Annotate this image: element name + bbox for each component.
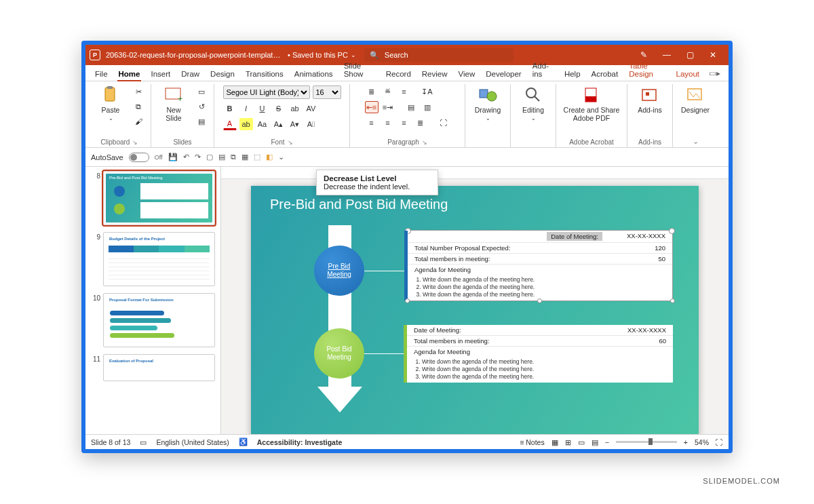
tab-help[interactable]: Help [559,67,586,81]
bold-button[interactable]: B [223,102,237,115]
thumbnail-11[interactable]: 11 Evaluation of Proposal [91,354,215,381]
qat-btn-3[interactable]: ⧉ [231,153,236,161]
agenda-item[interactable]: Write down the agenda of the meeting her… [423,291,672,298]
font-size-select[interactable]: 16 [313,85,341,99]
agenda-item[interactable]: Write down the agenda of the meeting her… [422,373,673,380]
reset-button[interactable]: ↺ [195,100,208,113]
zoom-out-button[interactable]: − [605,438,609,446]
agenda-item[interactable]: Write down the agenda of the meeting her… [423,276,672,283]
drawing-button[interactable]: Drawing ⌄ [471,85,505,121]
dialog-launcher-icon[interactable]: ↘ [288,139,293,146]
tab-view[interactable]: View [453,67,481,81]
tab-layout[interactable]: Layout [670,67,705,81]
bullets-button[interactable]: ≣ [365,85,379,98]
numbering-button[interactable]: ≝ [381,85,395,98]
qat-btn-6[interactable]: ◧ [266,153,273,161]
fit-to-window-button[interactable]: ⛶ [716,438,723,446]
editing-button[interactable]: Editing ⌄ [516,85,550,121]
agenda-item[interactable]: Write down the agenda of the meeting her… [423,284,672,290]
tab-table-design[interactable]: Table Design [623,59,670,81]
font-face-select[interactable]: Segoe UI Light (Body) [223,85,310,99]
pre-bid-table[interactable]: Date of Meeting:XX-XX-XXXX Total Number … [407,230,673,301]
save-state[interactable]: • Saved to this PC [288,51,348,59]
slide[interactable]: Pre-Bid and Post Bid Meeting Pre Bid Mee… [251,186,699,434]
tab-slideshow[interactable]: Slide Show [338,59,381,81]
sorter-view-button[interactable]: ⊞ [565,438,571,446]
tab-file[interactable]: File [90,67,113,81]
row-key[interactable]: Total members in meeting: [414,255,490,263]
reading-view-button[interactable]: ▭ [578,438,585,446]
line-spacing-button[interactable]: ≡ [398,85,411,98]
qat-btn-2[interactable]: ▤ [218,153,225,161]
justify-button[interactable]: ≣ [414,117,427,129]
thumbnail-9[interactable]: 9 Budget Details of the Project [91,232,215,286]
search-input[interactable] [383,50,508,60]
align-center-button[interactable]: ≡ [381,117,395,129]
save-state-dropdown-icon[interactable]: ⌄ [351,52,356,58]
agenda-title[interactable]: Agenda for Meeting [407,347,673,357]
row-key[interactable]: Total members in meeting: [414,337,489,345]
language-status[interactable]: English (United States) [156,438,229,446]
format-painter-button[interactable]: 🖌 [132,115,145,128]
arrow-head-shape[interactable] [317,387,362,412]
spacing-button[interactable]: AV [305,102,318,115]
increase-indent-button[interactable]: ≡⇥ [381,101,395,113]
copy-button[interactable]: ⧉ [132,100,145,113]
thumbnail-10[interactable]: 10 Proposal Format For Submission [91,293,215,347]
row-key[interactable]: Total Number Proposal Expected: [414,244,511,252]
maximize-button[interactable]: ▢ [678,50,701,60]
tab-developer[interactable]: Developer [480,67,526,81]
collapse-ribbon-icon[interactable]: ⌄ [693,137,699,146]
slide-counter[interactable]: Slide 8 of 13 [91,438,130,446]
clear-format-button[interactable]: A⃠ [305,118,318,130]
tab-draw[interactable]: Draw [176,67,205,81]
notes-button[interactable]: ≡ Notes [520,438,544,446]
qat-customize-icon[interactable]: ⌄ [278,153,284,161]
table-header-label[interactable]: Date of Meeting: [547,232,602,241]
qat-btn-4[interactable]: ▦ [241,153,248,161]
pre-bid-circle[interactable]: Pre Bid Meeting [314,246,364,296]
tab-transitions[interactable]: Transitions [240,67,289,81]
thumbnail-8[interactable]: 8 Pre-Bid and Post Bid Meeting [91,171,215,225]
shadow-button[interactable]: ab [288,102,302,115]
zoom-slider[interactable] [616,441,677,443]
smartart-button[interactable]: ⛶ [437,117,450,129]
slide-title[interactable]: Pre-Bid and Post Bid Meeting [270,197,448,212]
strike-button[interactable]: S [272,102,286,115]
tab-acrobat[interactable]: Acrobat [586,67,624,81]
change-case-button[interactable]: Aa [256,118,269,130]
zoom-in-button[interactable]: + [684,438,688,446]
table-header-value[interactable]: XX-XX-XXXX [627,232,665,241]
section-button[interactable]: ▤ [195,115,208,128]
slide-thumbnails-pane[interactable]: 8 Pre-Bid and Post Bid Meeting 9 Budget … [85,167,221,434]
cut-button[interactable]: ✂ [132,85,145,98]
agenda-item[interactable]: Write down the agenda of the meeting her… [422,366,673,372]
dialog-launcher-icon[interactable]: ↘ [132,139,138,146]
slideshow-view-button[interactable]: ▤ [592,438,598,446]
new-slide-button[interactable]: + New Slide [157,85,191,122]
align-left-button[interactable]: ≡ [365,117,379,129]
row-val[interactable]: 120 [655,244,665,252]
slide-canvas[interactable]: Decrease List Level Decrease the indent … [221,179,729,434]
highlight-button[interactable]: ab [239,118,253,130]
align-text-button[interactable]: ▤ [404,101,418,113]
agenda-title[interactable]: Agenda for Meeting [408,265,672,275]
tab-design[interactable]: Design [205,67,240,81]
minimize-button[interactable]: — [655,50,678,60]
post-bid-circle[interactable]: Post Bid Meeting [314,328,364,379]
save-button[interactable]: 💾 [168,153,178,161]
font-color-button[interactable]: A [223,118,237,130]
paste-button[interactable]: Paste ⌄ [94,85,128,121]
agenda-list[interactable]: Write down the agenda of the meeting her… [422,358,673,380]
text-direction-button[interactable]: ↧A [421,85,434,98]
dialog-launcher-icon[interactable]: ↘ [422,139,427,146]
tab-review[interactable]: Review [416,67,453,81]
layout-button[interactable]: ▭ [195,85,208,98]
agenda-item[interactable]: Write down the agenda of the meeting her… [422,358,673,365]
tab-record[interactable]: Record [381,67,416,81]
tab-addins[interactable]: Add-ins [527,59,559,81]
underline-button[interactable]: U [256,102,269,115]
zoom-level[interactable]: 54% [695,438,709,446]
accessibility-status[interactable]: Accessibility: Investigate [257,438,342,446]
create-share-pdf-button[interactable]: Create and Share Adobe PDF [562,85,621,122]
